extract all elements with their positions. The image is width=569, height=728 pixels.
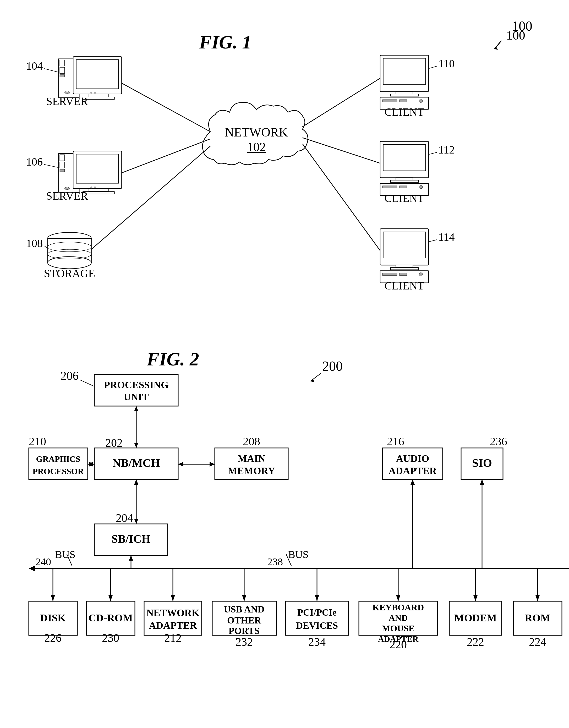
svg-rect-7 (60, 75, 65, 77)
svg-text:210: 210 (29, 435, 46, 448)
svg-text:SIO: SIO (472, 457, 492, 469)
svg-text:114: 114 (438, 231, 455, 243)
svg-line-40 (44, 246, 48, 248)
svg-marker-124 (134, 519, 138, 524)
svg-rect-21 (60, 162, 65, 168)
svg-rect-12 (89, 94, 108, 97)
svg-marker-96 (134, 406, 138, 411)
svg-rect-26 (76, 154, 118, 183)
svg-marker-163 (242, 595, 246, 601)
svg-text:CLIENT: CLIENT (385, 106, 424, 118)
svg-rect-68 (396, 265, 413, 267)
svg-marker-169 (315, 595, 319, 601)
svg-text:FIG. 2: FIG. 2 (146, 349, 199, 370)
fig2-svg: FIG. 2 200 PROCESSING UNIT 206 NB/MCH 20… (21, 346, 569, 728)
svg-point-51 (419, 99, 423, 102)
svg-text:110: 110 (438, 57, 455, 70)
svg-text:224: 224 (529, 636, 546, 648)
svg-point-9 (67, 92, 69, 94)
svg-marker-138 (411, 479, 415, 485)
svg-text:PORTS: PORTS (229, 626, 260, 636)
svg-text:CD-ROM: CD-ROM (89, 612, 133, 624)
svg-marker-150 (108, 595, 113, 601)
svg-rect-45 (383, 58, 425, 85)
svg-text:CLIENT: CLIENT (385, 192, 424, 204)
svg-rect-47 (391, 94, 419, 96)
svg-text:PROCESSING: PROCESSING (104, 379, 168, 390)
svg-marker-97 (134, 443, 138, 448)
svg-text:CLIENT: CLIENT (385, 280, 424, 292)
fig1-diagram: 100 FIG. 1 100 (21, 16, 548, 330)
fig2-diagram: FIG. 2 200 PROCESSING UNIT 206 NB/MCH 20… (21, 346, 548, 713)
svg-point-29 (90, 187, 92, 188)
svg-text:MAIN: MAIN (238, 453, 265, 464)
svg-marker-145 (51, 595, 55, 601)
svg-text:SB/ICH: SB/ICH (111, 533, 150, 545)
svg-text:206: 206 (61, 369, 79, 382)
svg-point-14 (90, 92, 92, 94)
svg-marker-140 (480, 479, 484, 485)
svg-rect-67 (383, 232, 425, 258)
svg-marker-187 (535, 595, 540, 601)
svg-line-77 (122, 83, 210, 132)
svg-rect-6 (60, 67, 65, 73)
svg-point-36 (48, 257, 91, 269)
svg-text:DEVICES: DEVICES (296, 620, 338, 631)
svg-line-91 (80, 380, 94, 386)
svg-point-73 (419, 273, 423, 276)
svg-text:KEYBOARD: KEYBOARD (373, 603, 424, 612)
svg-line-80 (303, 78, 380, 127)
svg-text:SERVER: SERVER (46, 190, 88, 202)
svg-marker-103 (178, 462, 183, 467)
svg-text:238: 238 (267, 556, 283, 568)
svg-text:108: 108 (26, 237, 43, 249)
svg-text:ADAPTER: ADAPTER (149, 620, 197, 631)
svg-rect-5 (60, 60, 65, 66)
svg-text:PCI/PCIe: PCI/PCIe (297, 607, 337, 618)
svg-marker-123 (134, 479, 138, 485)
svg-text:ADAPTER: ADAPTER (389, 465, 437, 476)
svg-text:NETWORK: NETWORK (146, 607, 200, 618)
svg-text:102: 102 (247, 140, 266, 154)
svg-marker-128 (129, 555, 133, 561)
svg-text:MEMORY: MEMORY (228, 465, 275, 476)
svg-text:202: 202 (105, 436, 123, 449)
svg-rect-20 (60, 155, 65, 161)
svg-text:208: 208 (243, 435, 260, 448)
svg-rect-71 (382, 273, 397, 276)
svg-text:200: 200 (322, 359, 343, 374)
svg-text:STORAGE: STORAGE (44, 267, 95, 280)
fig1-svg: 100 104 SERVER (21, 16, 548, 330)
svg-text:NETWORK: NETWORK (225, 125, 288, 139)
svg-text:216: 216 (387, 435, 404, 448)
svg-rect-61 (400, 186, 407, 188)
svg-text:230: 230 (102, 632, 119, 644)
svg-text:AUDIO: AUDIO (396, 453, 429, 464)
svg-marker-156 (171, 595, 175, 601)
svg-rect-57 (396, 178, 413, 180)
svg-text:100: 100 (506, 28, 525, 42)
svg-rect-69 (391, 267, 419, 270)
svg-text:240: 240 (35, 556, 51, 568)
svg-rect-72 (400, 273, 407, 276)
svg-text:212: 212 (164, 632, 182, 644)
svg-text:AND: AND (389, 613, 408, 623)
svg-rect-11 (76, 59, 118, 89)
svg-rect-27 (89, 189, 108, 191)
svg-text:220: 220 (390, 638, 407, 651)
svg-point-62 (419, 185, 423, 189)
svg-text:PROCESSOR: PROCESSOR (32, 467, 84, 476)
svg-text:MODEM: MODEM (454, 612, 497, 624)
svg-line-53 (429, 66, 437, 68)
svg-marker-177 (396, 595, 400, 601)
svg-text:UNIT: UNIT (124, 391, 149, 402)
svg-line-17 (44, 69, 59, 72)
svg-text:NB/MCH: NB/MCH (113, 457, 160, 469)
svg-text:222: 222 (467, 636, 484, 648)
svg-text:112: 112 (438, 144, 455, 156)
svg-rect-58 (391, 180, 419, 182)
svg-text:BUS: BUS (55, 549, 75, 560)
svg-rect-60 (382, 186, 397, 188)
svg-text:226: 226 (44, 632, 62, 644)
svg-text:MOUSE: MOUSE (382, 623, 415, 633)
